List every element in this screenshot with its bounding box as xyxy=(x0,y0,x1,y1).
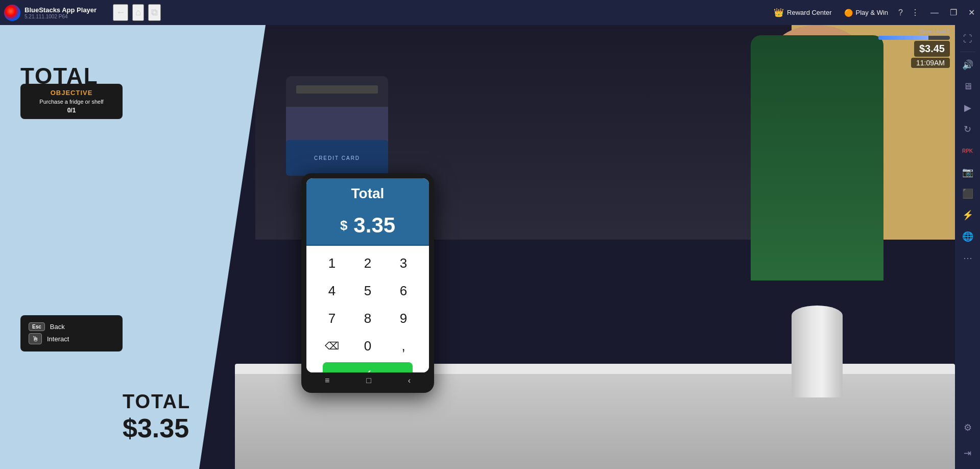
key-9[interactable]: 9 xyxy=(386,305,421,332)
titlebar: BlueStacks App Player 5.21.111.1002 P64 … xyxy=(0,0,980,25)
sidebar-screenshot-button[interactable]: 📷 xyxy=(958,162,977,182)
key-1[interactable]: 1 xyxy=(315,250,349,276)
money-display: $3.45 xyxy=(914,41,950,57)
pos-confirm-button[interactable]: ✓ xyxy=(323,362,413,372)
pos-dollar-sign: $ xyxy=(340,218,347,233)
pos-menu-icon[interactable]: ≡ xyxy=(325,376,329,385)
objective-description: Purchase a fridge or shelf xyxy=(29,99,114,105)
window-controls: — ❐ ✕ xyxy=(925,5,980,20)
reward-center-button[interactable]: 👑 Reward Center xyxy=(768,5,838,20)
key-comma[interactable]: , xyxy=(386,333,421,359)
sidebar-expand-button[interactable]: ⇥ xyxy=(958,443,977,463)
left-receipt-panel: TOTAL OBJECTIVE Purchase a fridge or she… xyxy=(0,25,266,469)
cylinder-object xyxy=(792,306,843,397)
esc-key-badge: Esc xyxy=(29,322,45,331)
app-title-area: BlueStacks App Player 5.21.111.1002 P64 xyxy=(25,6,97,19)
key-8[interactable]: 8 xyxy=(350,305,385,332)
objective-title: OBJECTIVE xyxy=(29,89,114,97)
sidebar-more-button[interactable]: ⋯ xyxy=(958,248,977,268)
sidebar-location-button[interactable]: 🌐 xyxy=(958,227,977,246)
store-level-fill xyxy=(878,36,928,40)
app-version: 5.21.111.1002 P64 xyxy=(25,14,97,19)
help-button[interactable]: ? xyxy=(894,5,907,20)
back-control-label: Back xyxy=(50,323,65,331)
pos-amount-value: 3.35 xyxy=(353,213,395,238)
key-4[interactable]: 4 xyxy=(315,277,349,304)
key-2[interactable]: 2 xyxy=(350,250,385,276)
bluestacks-logo xyxy=(4,5,20,21)
time-display: 11:09AM xyxy=(911,58,950,68)
pos-back-icon[interactable]: ‹ xyxy=(408,376,411,385)
objective-box: OBJECTIVE Purchase a fridge or shelf 0/1 xyxy=(20,84,123,119)
right-sidebar: ⛶ 🔊 🖥 ▶ ↻ RPK 📷 ⬛ ⚡ 🌐 ⋯ ⚙ ⇥ xyxy=(955,25,980,469)
keypad-grid: 1 2 3 4 5 6 7 8 9 ⌫ 0 , xyxy=(315,250,421,359)
interact-control-row: 🖱 Interact xyxy=(29,333,114,344)
pos-home-icon[interactable]: □ xyxy=(366,376,371,385)
controls-box: Esc Back 🖱 Interact xyxy=(20,315,123,351)
esc-control-row: Esc Back xyxy=(29,322,114,331)
key-0[interactable]: 0 xyxy=(350,333,385,359)
reward-center-label: Reward Center xyxy=(787,9,831,16)
pos-terminal[interactable]: Total $ 3.35 1 2 3 4 5 6 7 8 9 ⌫ 0 xyxy=(301,173,434,393)
sidebar-fullscreen-button[interactable]: ⛶ xyxy=(958,29,977,49)
play-win-label: Play & Win xyxy=(856,9,889,16)
game-area: TOTAL OBJECTIVE Purchase a fridge or she… xyxy=(0,25,955,469)
pos-amount-row: $ 3.35 xyxy=(306,209,429,246)
interact-control-label: Interact xyxy=(47,335,69,343)
play-win-button[interactable]: 🟠 Play & Win xyxy=(838,6,895,20)
nav-buttons: ← ⌂ ⧉ xyxy=(113,4,161,21)
orange-circle-icon: 🟠 xyxy=(844,9,853,17)
sidebar-rpk-button[interactable]: RPK xyxy=(958,141,977,160)
key-6[interactable]: 6 xyxy=(386,277,421,304)
key-3[interactable]: 3 xyxy=(386,250,421,276)
store-level-bar xyxy=(878,36,950,40)
crown-icon: 👑 xyxy=(774,8,784,17)
sidebar-refresh-button[interactable]: ↻ xyxy=(958,120,977,139)
store-level-label: Store Level 5 xyxy=(920,29,950,35)
card-reader: CREDIT CARD xyxy=(286,140,388,176)
sidebar-settings-button[interactable]: ⚙ xyxy=(958,418,977,437)
hud-area: Store Level 5 $3.45 11:09AM xyxy=(878,29,950,68)
total-bottom-label: TOTAL xyxy=(123,391,190,413)
key-5[interactable]: 5 xyxy=(350,277,385,304)
home-nav-button[interactable]: ⌂ xyxy=(132,4,144,21)
total-bottom-area: TOTAL $3.35 xyxy=(123,391,190,443)
app-title: BlueStacks App Player xyxy=(25,6,97,14)
key-7[interactable]: 7 xyxy=(315,305,349,332)
minimize-button[interactable]: — xyxy=(925,5,944,20)
back-nav-button[interactable]: ← xyxy=(113,4,128,21)
restore-button[interactable]: ❐ xyxy=(945,5,962,20)
more-options-button[interactable]: ⋮ xyxy=(907,5,923,20)
sidebar-record-button[interactable]: ⬛ xyxy=(958,184,977,203)
sidebar-volume-button[interactable]: 🔊 xyxy=(958,55,977,75)
card-reader-label: CREDIT CARD xyxy=(314,155,360,161)
total-bottom-amount: $3.35 xyxy=(123,413,190,443)
sidebar-screen-button[interactable]: 🖥 xyxy=(958,77,977,96)
confirm-check-icon: ✓ xyxy=(363,367,373,372)
pos-android-nav-bar: ≡ □ ‹ xyxy=(306,373,429,388)
pos-total-text: Total xyxy=(351,185,385,202)
key-backspace[interactable]: ⌫ xyxy=(315,333,349,359)
close-button[interactable]: ✕ xyxy=(963,5,980,20)
menu-nav-button[interactable]: ⧉ xyxy=(148,4,161,21)
pos-screen: Total $ 3.35 1 2 3 4 5 6 7 8 9 ⌫ 0 xyxy=(306,178,429,372)
objective-progress: 0/1 xyxy=(29,107,114,114)
sidebar-macro-button[interactable]: ⚡ xyxy=(958,205,977,225)
cashier-body xyxy=(751,35,883,280)
sidebar-divider-1 xyxy=(960,52,975,52)
sidebar-play-button[interactable]: ▶ xyxy=(958,98,977,118)
pos-total-header: Total xyxy=(306,178,429,209)
printer-slot xyxy=(296,85,378,93)
mouse-key-icon: 🖱 xyxy=(29,333,42,344)
keypad: 1 2 3 4 5 6 7 8 9 ⌫ 0 , ✓ xyxy=(306,246,429,372)
